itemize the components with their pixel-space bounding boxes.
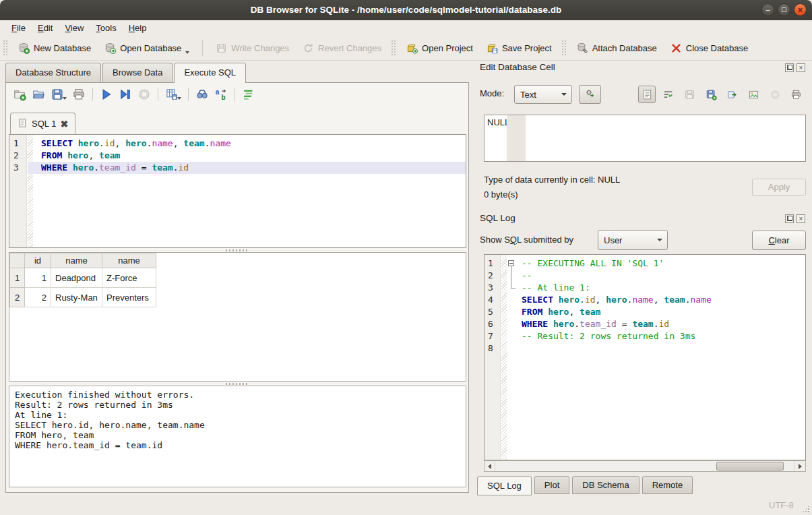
export-data-button[interactable] bbox=[724, 86, 741, 103]
dropdown-caret[interactable] bbox=[185, 51, 189, 54]
line-number: 3 bbox=[9, 162, 28, 174]
open-database-button[interactable]: Open Database bbox=[98, 40, 196, 57]
column-header-name[interactable]: name bbox=[102, 253, 156, 268]
dock-tab-db-schema[interactable]: DB Schema bbox=[572, 476, 639, 494]
code-text: WHERE hero.team_id = team.id bbox=[518, 318, 805, 330]
sql-file-tab[interactable]: SQL 1 ✖ bbox=[10, 113, 75, 134]
log-line-2: 2-- bbox=[485, 270, 805, 282]
cell-editor[interactable]: NULL bbox=[484, 115, 806, 162]
open-sql-file-button[interactable] bbox=[32, 88, 45, 101]
replace-button[interactable]: ab bbox=[214, 88, 228, 101]
float-panel-icon[interactable] bbox=[785, 214, 794, 223]
set-mode-button[interactable] bbox=[579, 85, 601, 104]
menu-help[interactable]: Help bbox=[123, 22, 153, 34]
close-panel-icon[interactable]: × bbox=[797, 214, 805, 223]
tab-database-structure[interactable]: Database Structure bbox=[5, 63, 101, 82]
fold-marker[interactable] bbox=[507, 258, 518, 270]
image-view-button[interactable] bbox=[745, 86, 763, 103]
save-as-button[interactable] bbox=[702, 86, 720, 103]
code-line-body: WHERE hero.team_id = team.id bbox=[28, 162, 466, 174]
menu-file[interactable]: File bbox=[5, 22, 32, 34]
fold-margin bbox=[501, 270, 507, 282]
export-results-button[interactable] bbox=[165, 88, 181, 101]
cell[interactable]: Rusty-Man bbox=[51, 288, 102, 307]
editor-line-1: 1SELECT hero.id, hero.name, team.name bbox=[9, 138, 466, 150]
cell[interactable]: Z-Force bbox=[102, 268, 156, 288]
mode-select[interactable]: Text bbox=[514, 85, 572, 104]
fold-marker bbox=[507, 330, 518, 342]
new-tab-button[interactable] bbox=[13, 88, 26, 101]
results-header-row: idnamename bbox=[10, 253, 156, 268]
menu-view[interactable]: View bbox=[59, 22, 90, 34]
column-header-name[interactable]: name bbox=[51, 253, 102, 268]
toolbar-separator bbox=[202, 40, 203, 56]
dropdown-caret[interactable] bbox=[63, 97, 67, 100]
toolbar-grip[interactable] bbox=[3, 40, 7, 55]
save-sql-file-button[interactable] bbox=[51, 88, 67, 101]
print-button[interactable] bbox=[72, 88, 86, 101]
open-project-button[interactable]: Open Project bbox=[400, 40, 480, 57]
format-sql-button[interactable] bbox=[242, 88, 255, 101]
dropdown-caret[interactable] bbox=[177, 97, 181, 100]
fold-marker bbox=[507, 282, 518, 294]
attach-database-button[interactable]: Attach Database bbox=[570, 40, 664, 57]
main-tab-bar: Database StructureBrowse DataExecute SQL bbox=[5, 63, 247, 83]
title-bar: DB Browser for SQLite - /home/user/code/… bbox=[0, 0, 812, 20]
execute-line-button[interactable] bbox=[119, 88, 132, 101]
minimize-icon[interactable]: – bbox=[761, 3, 774, 16]
revert-changes-button: Revert Changes bbox=[296, 40, 388, 57]
sql-log-title: SQL Log bbox=[480, 213, 516, 223]
scroll-right-icon[interactable] bbox=[794, 461, 805, 471]
cell[interactable]: Preventers bbox=[102, 288, 156, 307]
dock-tab-remote[interactable]: Remote bbox=[642, 476, 693, 494]
sql-log-filter-select[interactable]: User bbox=[598, 230, 668, 250]
scroll-left-icon[interactable] bbox=[485, 461, 495, 471]
text-view-button[interactable] bbox=[638, 86, 656, 103]
toolbar-grip[interactable] bbox=[562, 40, 566, 55]
save-project-button[interactable]: Save Project bbox=[480, 40, 559, 57]
tab-execute-sql[interactable]: Execute SQL bbox=[174, 63, 246, 83]
dock-tab-plot[interactable]: Plot bbox=[534, 476, 569, 494]
menu-tools[interactable]: Tools bbox=[90, 22, 122, 34]
scrollbar-thumb[interactable] bbox=[716, 462, 784, 471]
log-line-1: 1-- EXECUTING ALL IN 'SQL 1' bbox=[485, 258, 805, 270]
cell[interactable]: Deadpond bbox=[51, 268, 102, 288]
sql-editor[interactable]: 1SELECT hero.id, hero.name, team.name2FR… bbox=[9, 134, 466, 248]
close-panel-icon[interactable]: × bbox=[797, 63, 805, 72]
resize-grip-icon[interactable] bbox=[802, 505, 810, 513]
write-changes-button: Write Changes bbox=[209, 40, 296, 57]
print-cell-button[interactable] bbox=[788, 86, 805, 103]
menu-edit[interactable]: Edit bbox=[32, 22, 59, 34]
open-sql-file-icon bbox=[32, 88, 45, 101]
column-header-id[interactable]: id bbox=[25, 253, 51, 268]
fold-margin bbox=[501, 294, 507, 306]
stop-button bbox=[137, 88, 151, 101]
cell[interactable]: 2 bbox=[25, 288, 51, 307]
close-database-button[interactable]: Close Database bbox=[664, 40, 755, 57]
replace-icon: ab bbox=[214, 88, 228, 101]
float-panel-icon[interactable] bbox=[785, 63, 794, 72]
table-row: 22Rusty-ManPreventers bbox=[10, 288, 156, 307]
find-button[interactable] bbox=[195, 88, 209, 101]
toolbar-button-label: Open Database bbox=[120, 42, 181, 54]
dock-tab-sql-log[interactable]: SQL Log bbox=[477, 476, 532, 495]
maximize-icon[interactable] bbox=[778, 3, 790, 16]
close-icon[interactable]: × bbox=[794, 3, 807, 16]
fold-collapse-icon[interactable] bbox=[508, 260, 514, 266]
word-wrap-button[interactable] bbox=[660, 86, 677, 103]
corner-header[interactable] bbox=[10, 253, 25, 268]
clear-button[interactable]: Clear bbox=[752, 231, 806, 250]
log-horizontal-scrollbar[interactable] bbox=[484, 460, 806, 472]
close-tab-icon[interactable]: ✖ bbox=[60, 119, 68, 129]
tab-browse-data[interactable]: Browse Data bbox=[102, 63, 173, 82]
execute-all-button[interactable] bbox=[100, 88, 113, 101]
sql-log-filter-value: User bbox=[604, 235, 622, 245]
row-number[interactable]: 1 bbox=[10, 268, 25, 288]
row-number[interactable]: 2 bbox=[10, 288, 25, 307]
save-sql-file-icon bbox=[51, 88, 64, 101]
cell[interactable]: 1 bbox=[25, 268, 51, 288]
toolbar-grip[interactable] bbox=[392, 40, 396, 55]
new-database-button[interactable]: New Database bbox=[11, 40, 98, 57]
open-database-icon bbox=[104, 42, 116, 54]
sql-log-view[interactable]: 1-- EXECUTING ALL IN 'SQL 1'2--3-- At li… bbox=[484, 254, 806, 460]
